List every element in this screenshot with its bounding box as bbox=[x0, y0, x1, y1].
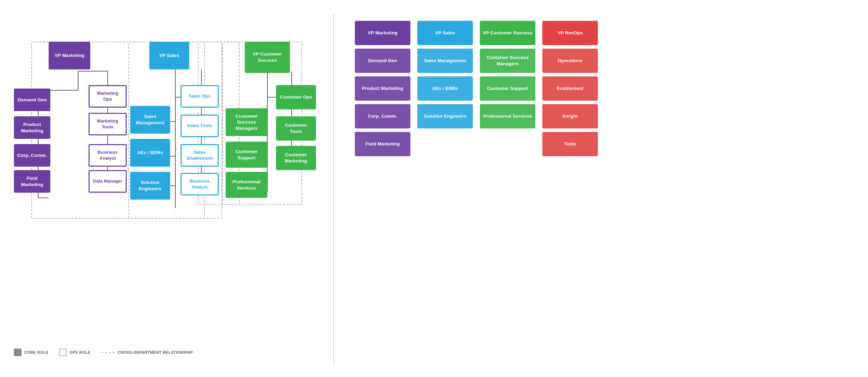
main-container: VP Marketing Demand Gen Product Marketin… bbox=[0, 0, 868, 377]
grid-col-customer_success: VP Customer SuccessCustomer Success Mana… bbox=[480, 21, 535, 156]
grid-item-customer_success-0: Customer Success Managers bbox=[480, 49, 535, 73]
customer-tools-box: Customer Tools bbox=[276, 116, 316, 141]
legend: CORE ROLE OPS ROLE CROSS-DEPARTMENT RELA… bbox=[14, 349, 193, 356]
marketing-tools-box: Marketing Tools bbox=[89, 113, 127, 135]
product-marketing-left-box: Product Marketing bbox=[14, 116, 50, 139]
ops-role-swatch bbox=[59, 349, 67, 356]
grid-item-sales-2: Solution Engineers bbox=[417, 104, 473, 128]
solution-engineers-box: Solution Engineers bbox=[130, 172, 170, 200]
grid-item-marketing-2: Corp. Comm. bbox=[355, 104, 410, 128]
right-panel: VP MarketingDemand GenProduct MarketingC… bbox=[333, 14, 868, 363]
core-role-swatch bbox=[14, 349, 22, 356]
legend-core-role: CORE ROLE bbox=[14, 349, 49, 356]
grid-item-sales-0: Sales Management bbox=[417, 49, 473, 73]
grid-chart: VP MarketingDemand GenProduct MarketingC… bbox=[355, 21, 847, 156]
sales-enablement-box: Sales Enablement bbox=[181, 144, 219, 167]
grid-header-marketing: VP Marketing bbox=[355, 21, 410, 45]
grid-header-sales: VP Sales bbox=[417, 21, 473, 45]
cross-dept-swatch bbox=[101, 352, 115, 353]
marketing-ops-box: Marketing Ops bbox=[89, 85, 127, 108]
grid-col-revops: VP RevOpsOperationsEnablementInsightTool… bbox=[542, 21, 598, 156]
sales-tools-box: Sales Tools bbox=[181, 115, 219, 137]
demand-gen-box: Demand Gen bbox=[14, 89, 50, 111]
left-panel: VP Marketing Demand Gen Product Marketin… bbox=[0, 14, 333, 363]
grid-item-customer_success-1: Customer Support bbox=[480, 76, 535, 101]
grid-col-marketing: VP MarketingDemand GenProduct MarketingC… bbox=[355, 21, 410, 156]
business-analyst-mkt-box: Business Analyst bbox=[89, 144, 127, 167]
professional-services-box: Professional Services bbox=[226, 172, 267, 198]
legend-cross-dept: CROSS-DEPARTMENT RELATIONSHIP bbox=[101, 350, 193, 354]
corp-comm-box: Corp. Comm. bbox=[14, 144, 50, 167]
sales-ops-box: Sales Ops bbox=[181, 85, 219, 108]
customer-support-box: Customer Support bbox=[226, 142, 267, 168]
grid-item-sales-1: AEs / BDRs bbox=[417, 76, 473, 101]
grid-header-revops: VP RevOps bbox=[542, 21, 598, 45]
customer-ops-box: Customer Ops bbox=[276, 85, 316, 109]
grid-item-revops-0: Operations bbox=[542, 49, 598, 73]
grid-item-revops-3: Tools bbox=[542, 132, 598, 156]
customer-success-managers-box: Customer Success Managers bbox=[226, 108, 267, 136]
vp-customer-success-box: VP Customer Success bbox=[245, 42, 290, 73]
grid-header-customer_success: VP Customer Success bbox=[480, 21, 535, 45]
grid-item-marketing-1: Product Marketing bbox=[355, 76, 410, 101]
org-chart: VP Marketing Demand Gen Product Marketin… bbox=[14, 21, 319, 333]
vp-marketing-box: VP Marketing bbox=[49, 42, 90, 69]
grid-item-customer_success-2: Professional Services bbox=[480, 104, 535, 128]
sales-management-box: Sales Management bbox=[130, 106, 170, 134]
grid-item-revops-2: Insight bbox=[542, 104, 598, 128]
customer-marketing-box: Customer Marketing bbox=[276, 146, 316, 170]
grid-item-marketing-3: Field Marketing bbox=[355, 132, 410, 156]
business-analyst-sales-box: Business Analyst bbox=[181, 173, 219, 195]
vp-sales-box: VP Sales bbox=[149, 42, 189, 69]
grid-col-sales: VP SalesSales ManagementAEs / BDRsSoluti… bbox=[417, 21, 473, 156]
field-marketing-box: Field Marketing bbox=[14, 170, 50, 193]
aes-bdrs-box: AEs / BDRs bbox=[130, 139, 170, 167]
legend-ops-role: OPS ROLE bbox=[59, 349, 91, 356]
grid-item-marketing-0: Demand Gen bbox=[355, 49, 410, 73]
grid-item-revops-1: Enablement bbox=[542, 76, 598, 101]
data-manager-box: Data Manager bbox=[89, 170, 127, 193]
